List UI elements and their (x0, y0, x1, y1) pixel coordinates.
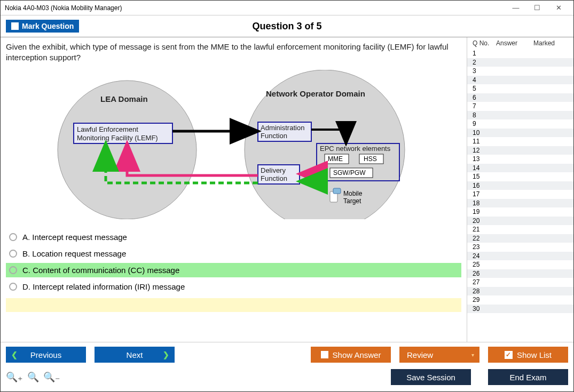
app-window: Nokia 4A0-M03 (Nokia Mobility Manager) —… (0, 0, 574, 392)
footer: ❮ Previous Next ❯ Show Answer Review ▾ ✓… (1, 342, 573, 391)
chevron-left-icon: ❮ (11, 350, 18, 359)
title-bar: Nokia 4A0-M03 (Nokia Mobility Manager) —… (1, 1, 573, 15)
list-row[interactable]: 22 (467, 234, 573, 243)
mark-checkbox-icon (11, 22, 19, 30)
main-area: Given the exhibit, which type of message… (1, 37, 573, 342)
list-row[interactable]: 10 (467, 129, 573, 138)
checkbox-icon (321, 351, 328, 358)
list-row[interactable]: 16 (467, 181, 573, 190)
option-a-label: A. Intercept request message (22, 233, 127, 242)
previous-button[interactable]: ❮ Previous (6, 347, 86, 363)
side-scroll[interactable]: 1234567891011121314151617181920212223242… (467, 49, 573, 342)
col-answer: Answer (496, 39, 533, 47)
end-exam-button[interactable]: End Exam (488, 369, 568, 385)
show-list-button[interactable]: ✓ Show List (488, 347, 568, 363)
maximize-button[interactable]: ☐ (526, 3, 548, 13)
checked-icon: ✓ (505, 351, 513, 359)
svg-text:Function: Function (261, 132, 287, 140)
svg-text:HSS: HSS (364, 155, 377, 163)
question-list-panel: Q No. Answer Marked 12345678910111213141… (467, 37, 573, 342)
list-row[interactable]: 3 (467, 67, 573, 76)
list-row[interactable]: 2 (467, 58, 573, 67)
option-a[interactable]: A. Intercept request message (6, 230, 461, 244)
list-row[interactable]: 15 (467, 172, 573, 181)
chevron-right-icon: ❯ (163, 350, 169, 359)
col-marked: Marked (533, 39, 570, 47)
question-counter: Question 3 of 5 (1, 21, 573, 32)
close-button[interactable]: ✕ (548, 3, 569, 13)
list-row[interactable]: 27 (467, 278, 573, 287)
list-row[interactable]: 4 (467, 76, 573, 85)
list-row[interactable]: 19 (467, 207, 573, 217)
svg-rect-22 (333, 188, 341, 194)
list-row[interactable]: 9 (467, 119, 573, 129)
svg-text:SGW/PGW: SGW/PGW (333, 169, 366, 177)
list-row[interactable]: 11 (467, 137, 573, 146)
question-text: Given the exhibit, which type of message… (6, 42, 461, 62)
option-c[interactable]: C. Content of communication (CC) message (6, 263, 461, 277)
svg-text:Lawful Enforcement: Lawful Enforcement (77, 125, 138, 133)
svg-text:Monitoring Facility (LEMF): Monitoring Facility (LEMF) (77, 134, 158, 142)
svg-text:Administration: Administration (261, 124, 304, 132)
list-row[interactable]: 17 (467, 190, 573, 199)
radio-icon (9, 250, 17, 258)
question-scroll[interactable]: Given the exhibit, which type of message… (1, 37, 467, 342)
list-row[interactable]: 7 (467, 102, 573, 111)
list-row[interactable]: 25 (467, 260, 573, 269)
list-row[interactable]: 8 (467, 111, 573, 120)
mark-label: Mark Question (22, 22, 74, 30)
list-row[interactable]: 1 (467, 49, 573, 58)
list-row[interactable]: 21 (467, 225, 573, 234)
svg-text:LEA Domain: LEA Domain (100, 94, 148, 103)
list-row[interactable]: 6 (467, 93, 573, 102)
list-row[interactable]: 23 (467, 243, 573, 252)
option-d[interactable]: D. Intercept related information (IRI) m… (6, 279, 461, 294)
option-b[interactable]: B. Location request message (6, 246, 461, 261)
window-title: Nokia 4A0-M03 (Nokia Mobility Manager) (5, 4, 122, 12)
option-c-label: C. Content of communication (CC) message (22, 266, 179, 275)
svg-text:Target: Target (343, 197, 361, 205)
list-row[interactable]: 29 (467, 295, 573, 305)
minimize-button[interactable]: — (505, 3, 526, 13)
list-row[interactable]: 26 (467, 269, 573, 278)
save-session-button[interactable]: Save Session (391, 369, 471, 385)
col-qno: Q No. (473, 39, 496, 47)
previous-label: Previous (30, 350, 61, 359)
list-row[interactable]: 12 (467, 146, 573, 155)
dropdown-arrow-icon: ▾ (471, 352, 474, 358)
list-row[interactable]: 5 (467, 84, 573, 93)
exhibit-diagram: LEA Domain Lawful Enforcement Monitoring… (47, 70, 421, 219)
header-row: Mark Question Question 3 of 5 (1, 15, 573, 37)
option-b-label: B. Location request message (22, 249, 126, 258)
svg-text:Mobile: Mobile (343, 190, 363, 197)
radio-icon (9, 233, 17, 241)
review-button[interactable]: Review ▾ (399, 347, 479, 363)
radio-icon (9, 283, 17, 291)
zoom-in-icon[interactable]: 🔍₊ (6, 371, 23, 383)
list-row[interactable]: 20 (467, 217, 573, 226)
radio-icon (9, 266, 17, 274)
content-pane: Given the exhibit, which type of message… (1, 37, 467, 342)
svg-text:Function: Function (261, 174, 287, 182)
zoom-reset-icon[interactable]: 🔍 (27, 371, 39, 383)
svg-text:Network Operator Domain: Network Operator Domain (266, 89, 365, 98)
options-list: A. Intercept request message B. Location… (6, 230, 461, 294)
next-button[interactable]: Next ❯ (95, 347, 175, 363)
list-row[interactable]: 28 (467, 287, 573, 296)
zoom-out-icon[interactable]: 🔍₋ (43, 371, 60, 383)
next-label: Next (127, 350, 143, 359)
side-header: Q No. Answer Marked (467, 37, 573, 49)
save-session-label: Save Session (406, 373, 455, 382)
svg-text:Delivery: Delivery (261, 166, 286, 174)
list-row[interactable]: 13 (467, 155, 573, 164)
list-row[interactable]: 18 (467, 199, 573, 208)
show-answer-button[interactable]: Show Answer (311, 347, 391, 363)
end-exam-label: End Exam (509, 373, 546, 382)
list-row[interactable]: 14 (467, 164, 573, 173)
option-d-label: D. Intercept related information (IRI) m… (22, 282, 185, 291)
mark-question-button[interactable]: Mark Question (6, 20, 79, 33)
list-row[interactable]: 24 (467, 252, 573, 261)
list-row[interactable]: 30 (467, 305, 573, 314)
show-answer-label: Show Answer (333, 350, 381, 359)
svg-text:MME: MME (328, 155, 343, 163)
